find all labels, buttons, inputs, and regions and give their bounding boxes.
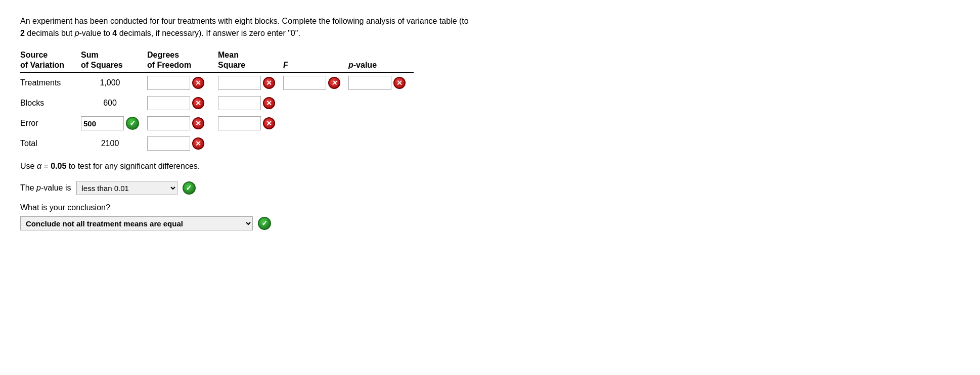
header-ms-2: Square [218, 60, 283, 72]
ms-total-empty [218, 133, 283, 154]
conclusion-check-icon[interactable]: ✓ [258, 217, 271, 230]
header-source-1: Source [20, 50, 81, 60]
df-total: ✕ [147, 133, 218, 154]
pval-treatments: ✕ [348, 72, 414, 93]
anova-table: Source Sum Degrees Mean of Variation of … [20, 50, 414, 154]
pval-treatments-x-icon[interactable]: ✕ [393, 77, 406, 89]
ms-treatments-x-icon[interactable]: ✕ [263, 77, 275, 89]
table-header-row-2: of Variation of Squares of Freedom Squar… [20, 60, 414, 72]
ms-error-input[interactable] [218, 116, 261, 130]
df-treatments-x-icon[interactable]: ✕ [192, 77, 204, 89]
ms-blocks-x-icon[interactable]: ✕ [263, 97, 275, 109]
alpha-symbol: α [37, 162, 41, 170]
f-treatments-input[interactable] [283, 76, 326, 90]
ms-blocks: ✕ [218, 93, 283, 113]
pval-treatments-input[interactable] [348, 76, 391, 90]
bold-2: 2 [20, 29, 25, 37]
df-error: ✕ [147, 113, 218, 133]
conclusion-label: What is your conclusion? [20, 203, 960, 212]
table-row-treatments: Treatments 1,000 ✕ ✕ ✕ [20, 72, 414, 93]
header-ss-2: of Squares [81, 60, 147, 72]
header-f-2: F [283, 60, 348, 72]
conclusion-select[interactable]: Conclude not all treatment means are equ… [20, 216, 253, 230]
alpha-value: 0.05 [51, 162, 66, 170]
ms-treatments-input[interactable] [218, 76, 261, 90]
df-treatments-input[interactable] [147, 76, 190, 90]
header-ss-1: Sum [81, 50, 147, 60]
f-blocks-empty [283, 93, 348, 113]
italic-p: p [75, 29, 79, 37]
source-treatments: Treatments [20, 72, 81, 93]
pvalue-select[interactable]: less than 0.01 between 0.01 and 0.025 be… [76, 181, 177, 195]
ss-treatments: 1,000 [81, 72, 147, 93]
ms-blocks-input[interactable] [218, 96, 261, 110]
source-error: Error [20, 113, 81, 133]
header-pval-2: p-value [348, 60, 414, 72]
intro-paragraph: An experiment has been conducted for fou… [20, 15, 475, 39]
table-row-total: Total 2100 ✕ [20, 133, 414, 154]
table-header-row-1: Source Sum Degrees Mean [20, 50, 414, 60]
df-blocks-input[interactable] [147, 96, 190, 110]
f-error-empty [283, 113, 348, 133]
conclusion-line: Conclude not all treatment means are equ… [20, 216, 960, 230]
pval-error-empty [348, 113, 414, 133]
ss-blocks: 600 [81, 93, 147, 113]
df-treatments: ✕ [147, 72, 218, 93]
pvalue-italic-p: p [36, 183, 41, 192]
df-blocks: ✕ [147, 93, 218, 113]
f-treatments: ✕ [283, 72, 348, 93]
pvalue-line: The p-value is less than 0.01 between 0.… [20, 181, 960, 195]
df-total-input[interactable] [147, 136, 190, 151]
f-treatments-x-icon[interactable]: ✕ [328, 77, 340, 89]
ms-error-x-icon[interactable]: ✕ [263, 117, 275, 129]
header-f-1 [283, 50, 348, 60]
ms-error: ✕ [218, 113, 283, 133]
ss-error-check-icon[interactable]: ✓ [126, 117, 139, 130]
alpha-statement: Use α = 0.05 to test for any significant… [20, 162, 960, 171]
ms-treatments: ✕ [218, 72, 283, 93]
source-total: Total [20, 133, 81, 154]
header-pval-1 [348, 50, 414, 60]
header-source-2: of Variation [20, 60, 81, 72]
table-row-error: Error ✓ ✕ ✕ [20, 113, 414, 133]
pvalue-prefix: The p-value is [20, 183, 71, 193]
df-error-x-icon[interactable]: ✕ [192, 117, 204, 129]
pvalue-check-icon[interactable]: ✓ [183, 181, 196, 195]
bold-4: 4 [112, 29, 117, 37]
ss-total: 2100 [81, 133, 147, 154]
df-total-x-icon[interactable]: ✕ [192, 137, 204, 150]
header-df-2: of Freedom [147, 60, 218, 72]
f-total-empty [283, 133, 348, 154]
df-error-input[interactable] [147, 116, 190, 130]
pval-total-empty [348, 133, 414, 154]
ss-error-input[interactable] [81, 116, 124, 130]
ss-error: ✓ [81, 113, 147, 133]
table-row-blocks: Blocks 600 ✕ ✕ [20, 93, 414, 113]
header-ms-1: Mean [218, 50, 283, 60]
source-blocks: Blocks [20, 93, 81, 113]
df-blocks-x-icon[interactable]: ✕ [192, 97, 204, 109]
pval-blocks-empty [348, 93, 414, 113]
header-df-1: Degrees [147, 50, 218, 60]
